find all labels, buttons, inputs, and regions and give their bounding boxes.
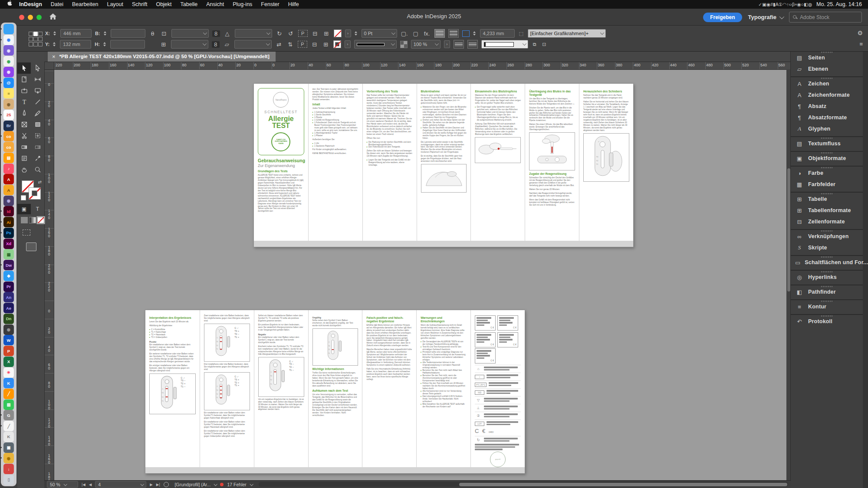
x-field[interactable]: 446 mm <box>60 29 92 38</box>
stroke-style-select[interactable] <box>354 40 397 49</box>
reference-point-proxy[interactable] <box>29 32 42 46</box>
apply-none-button[interactable] <box>37 217 44 223</box>
menu-objekt[interactable]: Objekt <box>151 1 176 7</box>
text-wrap-bounding-icon[interactable] <box>448 29 459 38</box>
airplay-icon[interactable]: ◠ <box>783 2 786 7</box>
vertical-ruler[interactable]: 0204060801001201401601802002200204060801… <box>44 69 54 481</box>
rotate-cw-icon[interactable]: ↻ <box>276 30 283 37</box>
menu-clock[interactable]: Mo. 25. Aug. 14:16 <box>816 1 862 7</box>
link-stroke-icon[interactable]: 8 <box>212 41 220 48</box>
gap-field[interactable]: 4,233 mm <box>480 29 515 38</box>
zoom-level-select[interactable]: 50 % <box>47 481 78 488</box>
dock-photos[interactable]: ✳ <box>3 367 14 378</box>
tool-eyedropper[interactable] <box>31 153 44 164</box>
panel-item-tabellenformate[interactable]: ⊞Tabellenformate <box>791 205 863 216</box>
display-icon[interactable]: ▣ <box>762 2 766 7</box>
apple-menu-icon[interactable] <box>6 0 14 8</box>
select-container-icon[interactable]: ⊟ <box>311 30 319 37</box>
formatting-affects-text-button[interactable]: T <box>31 204 44 214</box>
content-tree-icon[interactable]: ⊞ <box>322 41 330 48</box>
tool-type[interactable]: T <box>17 96 31 108</box>
dock-gimp[interactable]: G <box>3 410 14 420</box>
text-wrap-last-icon[interactable] <box>467 40 478 49</box>
apply-gradient-button[interactable] <box>29 217 36 223</box>
previous-page-button[interactable]: ◀ <box>89 482 92 487</box>
y-stepper[interactable] <box>53 42 56 46</box>
dock-pencil-app[interactable]: ╱ <box>3 389 14 399</box>
dock-podcasts[interactable]: ◉ <box>3 67 14 77</box>
fill-swatch[interactable] <box>334 29 342 37</box>
dock-sphere-app[interactable]: ◉ <box>3 196 14 206</box>
object-style-select[interactable]: [Einfacher Grafikrahmen]+ <box>528 29 606 38</box>
menu-indesign[interactable]: InDesign <box>15 1 46 7</box>
quick-apply-icon[interactable]: ⧉ <box>532 42 538 47</box>
menu-datei[interactable]: Datei <box>46 1 68 7</box>
panel-item-objektformate[interactable]: ▣Objektformate <box>791 153 863 164</box>
menu-tabelle[interactable]: Tabelle <box>176 1 202 7</box>
document-tab[interactable]: × *PB Allergie TEST 420x180mm V2015-05-0… <box>48 51 276 62</box>
dock-contacts[interactable]: ◉ <box>3 99 14 109</box>
text-wrap-none-icon[interactable] <box>434 29 445 38</box>
menu-hilfe[interactable]: Hilfe <box>284 1 303 7</box>
dock-screenshot-app[interactable]: ▣ <box>3 442 14 453</box>
dock-excel[interactable]: X <box>3 357 14 367</box>
tool-line[interactable] <box>31 96 44 108</box>
last-page-button[interactable]: ▶| <box>156 482 160 487</box>
tool-pencil[interactable] <box>31 108 44 119</box>
scale-y-select[interactable] <box>171 40 208 49</box>
scale-x-select[interactable] <box>171 29 209 38</box>
panel-item-zellenformate[interactable]: ⊟Zellenformate <box>791 216 863 227</box>
workspace-switcher[interactable]: Typografie <box>748 14 783 20</box>
tool-content-placer[interactable] <box>31 85 44 96</box>
dock-trash[interactable]: ▯ <box>3 475 14 485</box>
screen-mode-button[interactable] <box>26 242 36 251</box>
dock-mail[interactable]: @ <box>3 78 14 88</box>
menu-bearbeiten[interactable]: Bearbeiten <box>68 1 102 7</box>
panel-item-absatzformate[interactable]: ¶Absatzformate <box>791 112 863 123</box>
shear-select[interactable] <box>235 29 272 38</box>
tool-selection[interactable] <box>17 62 31 74</box>
content-grabber-icon[interactable]: ⊟ <box>311 41 319 48</box>
tool-rectangle[interactable] <box>31 119 44 130</box>
swap-fill-stroke-icon[interactable]: ⇄ <box>38 180 42 184</box>
battery-icon[interactable]: ▮ <box>773 2 776 7</box>
tool-pen[interactable] <box>17 108 31 119</box>
width-stepper[interactable] <box>104 31 106 36</box>
select-content-icon[interactable]: ⊞ <box>322 30 330 37</box>
dev-brackets-icon[interactable]: ‹› <box>789 2 792 7</box>
panel-item-protokoll[interactable]: ↶Protokoll <box>791 316 863 327</box>
dock-safari[interactable]: ◉ <box>3 35 14 45</box>
width-field[interactable] <box>111 29 145 38</box>
creative-cloud-icon[interactable]: ◉ <box>766 2 770 7</box>
preview-swatch-select[interactable] <box>481 40 528 49</box>
panel-item-pathfinder[interactable]: ◧Pathfinder <box>791 286 863 298</box>
apply-color-button[interactable] <box>21 217 28 223</box>
dock-capture-one-2[interactable]: co <box>3 142 14 152</box>
menu-schrift[interactable]: Schrift <box>128 1 151 7</box>
dock-capture-one[interactable]: co <box>3 131 14 141</box>
tool-hand[interactable] <box>17 164 31 175</box>
rotate-ccw-icon[interactable]: ↺ <box>287 30 295 37</box>
ruler-origin-corner[interactable] <box>44 62 54 70</box>
panel-item-ebenen[interactable]: ▱Ebenen <box>791 63 863 75</box>
panel-item-seiten[interactable]: ▤Seiten <box>791 52 863 63</box>
formatting-affects-container-button[interactable]: ▣ <box>17 204 31 214</box>
fill-stroke-control[interactable]: ⇄ <box>22 180 41 200</box>
dock-sketchup[interactable]: ▦ <box>3 249 14 259</box>
dock-dimension[interactable]: Dn <box>3 314 14 324</box>
panel-item-hyperlinks[interactable]: ◎Hyperlinks <box>791 272 863 283</box>
document-canvas[interactable]: NanoReproSCHNELLTESTAllergieTESTDAMIT IC… <box>54 69 791 481</box>
dock-coin-app[interactable]: ◉ <box>3 453 14 463</box>
x-stepper[interactable] <box>53 31 56 36</box>
height-stepper[interactable] <box>103 42 106 46</box>
link-scale-icon[interactable]: 8 <box>212 30 220 37</box>
corner-shape-icon[interactable]: ▢ <box>412 30 420 37</box>
search-icon[interactable]: ○ <box>801 2 804 7</box>
shield-a-icon[interactable]: A <box>776 2 779 7</box>
tool-content-collector[interactable] <box>17 85 31 96</box>
panel-item-skripte[interactable]: SSkripte <box>791 242 863 253</box>
badge-1-icon[interactable]: ① <box>779 2 783 7</box>
panel-item-farbfelder[interactable]: ▦Farbfelder <box>791 179 863 190</box>
new-style-icon[interactable]: ⊡ <box>541 42 547 47</box>
share-button[interactable]: Freigeben <box>703 13 742 22</box>
